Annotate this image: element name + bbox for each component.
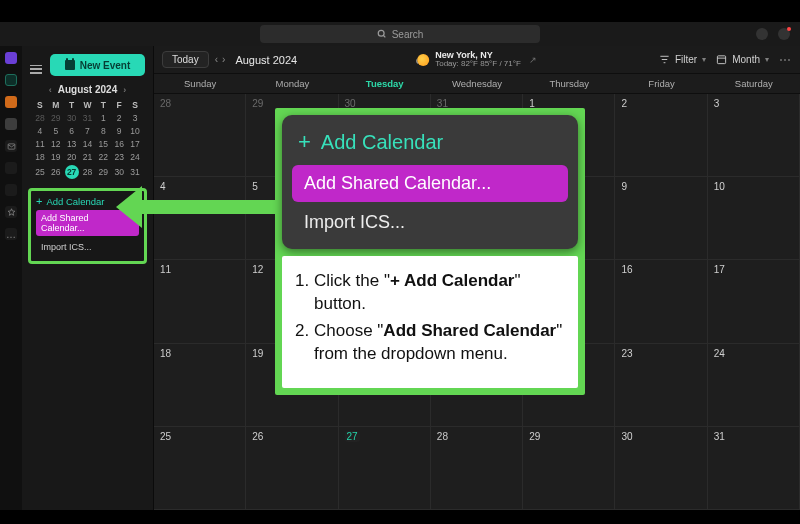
mini-day[interactable]: 29	[95, 163, 111, 180]
rail-item-7[interactable]	[5, 184, 17, 196]
mini-day[interactable]: 26	[48, 163, 64, 180]
mini-day[interactable]: 27	[64, 163, 80, 180]
mini-day[interactable]: 1	[95, 111, 111, 124]
plus-icon: +	[298, 129, 311, 155]
mini-day[interactable]: 15	[95, 137, 111, 150]
day-cell[interactable]: 29	[523, 427, 615, 510]
notifications-icon[interactable]	[756, 28, 768, 40]
prev-period[interactable]: ‹	[215, 54, 218, 65]
day-number: 25	[160, 431, 171, 442]
mini-day[interactable]: 31	[127, 163, 143, 180]
day-cell[interactable]: 31	[708, 427, 800, 510]
view-button[interactable]: Month ▾	[716, 54, 769, 65]
mini-weekday: S	[127, 99, 143, 111]
filter-button[interactable]: Filter ▾	[659, 54, 706, 65]
rail-item-1[interactable]	[5, 52, 17, 64]
day-number: 28	[437, 431, 448, 442]
mini-day[interactable]: 2	[111, 111, 127, 124]
day-number: 5	[252, 181, 258, 192]
mini-day[interactable]: 7	[80, 124, 96, 137]
instruction-callout: + Add Calendar Add Shared Calendar... Im…	[275, 108, 585, 395]
new-event-button[interactable]: New Event	[50, 54, 145, 76]
mini-day[interactable]: 18	[32, 150, 48, 163]
mini-day[interactable]: 22	[95, 150, 111, 163]
chevron-down-icon: ▾	[702, 55, 706, 64]
mini-month-label: August 2024	[58, 84, 117, 95]
day-number: 27	[345, 431, 360, 442]
mini-day[interactable]: 10	[127, 124, 143, 137]
mini-day[interactable]: 21	[80, 150, 96, 163]
day-cell[interactable]: 10	[708, 177, 800, 260]
day-cell[interactable]: 2	[615, 94, 707, 177]
day-number: 26	[252, 431, 263, 442]
weekday-label: Monday	[246, 74, 338, 93]
day-cell[interactable]: 4	[154, 177, 246, 260]
mini-day[interactable]: 3	[127, 111, 143, 124]
rail-item-star[interactable]	[5, 206, 17, 218]
calendar-icon	[65, 60, 75, 70]
today-button[interactable]: Today	[162, 51, 209, 68]
search-placeholder: Search	[392, 29, 424, 40]
day-cell[interactable]: 30	[615, 427, 707, 510]
day-cell[interactable]: 11	[154, 260, 246, 343]
mini-day[interactable]: 19	[48, 150, 64, 163]
day-cell[interactable]: 17	[708, 260, 800, 343]
mini-day[interactable]: 20	[64, 150, 80, 163]
mini-day[interactable]: 14	[80, 137, 96, 150]
add-calendar-button[interactable]: + Add Calendar	[36, 195, 139, 207]
alerts-icon[interactable]	[778, 28, 790, 40]
day-cell[interactable]: 16	[615, 260, 707, 343]
mini-day[interactable]: 25	[32, 163, 48, 180]
day-cell[interactable]: 27	[339, 427, 431, 510]
mini-day[interactable]: 30	[111, 163, 127, 180]
mini-prev[interactable]: ‹	[49, 85, 52, 95]
mini-next[interactable]: ›	[123, 85, 126, 95]
mini-day[interactable]: 13	[64, 137, 80, 150]
day-cell[interactable]: 26	[246, 427, 338, 510]
day-cell[interactable]: 18	[154, 344, 246, 427]
mini-day[interactable]: 28	[80, 163, 96, 180]
mini-day[interactable]: 6	[64, 124, 80, 137]
day-number: 17	[714, 264, 725, 275]
mini-day[interactable]: 30	[64, 111, 80, 124]
mini-day[interactable]: 9	[111, 124, 127, 137]
mini-calendar[interactable]: SMTWTFS 28293031123456789101112131415161…	[22, 99, 153, 180]
day-cell[interactable]: 28	[431, 427, 523, 510]
day-cell[interactable]: 9	[615, 177, 707, 260]
mini-day[interactable]: 29	[48, 111, 64, 124]
rail-item-mail[interactable]	[5, 140, 17, 152]
add-shared-calendar-item[interactable]: Add Shared Calendar...	[36, 210, 139, 236]
mini-day[interactable]: 4	[32, 124, 48, 137]
mini-day[interactable]: 12	[48, 137, 64, 150]
mini-day[interactable]: 11	[32, 137, 48, 150]
mini-day[interactable]: 23	[111, 150, 127, 163]
rail-item-calendar[interactable]	[5, 74, 17, 86]
more-menu[interactable]: ⋯	[779, 53, 792, 67]
mini-day[interactable]: 17	[127, 137, 143, 150]
day-cell[interactable]: 25	[154, 427, 246, 510]
toolbar-title: August 2024	[235, 54, 297, 66]
window-bottom-spacer	[0, 510, 800, 524]
day-cell[interactable]: 23	[615, 344, 707, 427]
import-ics-item[interactable]: Import ICS...	[36, 239, 139, 255]
weather-info[interactable]: New York, NY Today: 82°F 85°F / 71°F ↗	[417, 51, 537, 68]
mini-day[interactable]: 28	[32, 111, 48, 124]
day-number: 30	[621, 431, 632, 442]
mini-day[interactable]: 16	[111, 137, 127, 150]
weather-icon	[417, 54, 429, 66]
mini-day[interactable]: 5	[48, 124, 64, 137]
mini-day[interactable]: 24	[127, 150, 143, 163]
day-cell[interactable]: 24	[708, 344, 800, 427]
search-input[interactable]: Search	[260, 25, 540, 43]
rail-item-6[interactable]	[5, 162, 17, 174]
hamburger-icon[interactable]	[30, 65, 42, 74]
day-cell[interactable]: 28	[154, 94, 246, 177]
plus-icon: +	[36, 195, 42, 207]
rail-item-more[interactable]: …	[5, 228, 17, 240]
day-cell[interactable]: 3	[708, 94, 800, 177]
rail-item-4[interactable]	[5, 118, 17, 130]
mini-day[interactable]: 31	[80, 111, 96, 124]
next-period[interactable]: ›	[222, 54, 225, 65]
mini-day[interactable]: 8	[95, 124, 111, 137]
rail-item-3[interactable]	[5, 96, 17, 108]
